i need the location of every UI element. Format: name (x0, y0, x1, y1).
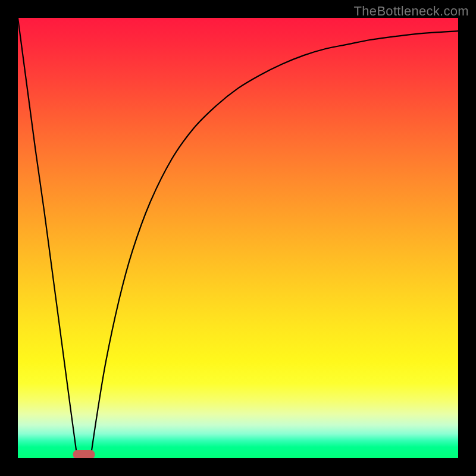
watermark-text: TheBottleneck.com (354, 4, 469, 19)
min-marker (73, 450, 95, 458)
plot-area (18, 18, 458, 458)
marker-group (73, 450, 95, 458)
chart-frame: TheBottleneck.com (0, 0, 476, 476)
curves-svg (18, 18, 458, 458)
curve-path (18, 18, 458, 458)
curve-group (18, 18, 458, 458)
